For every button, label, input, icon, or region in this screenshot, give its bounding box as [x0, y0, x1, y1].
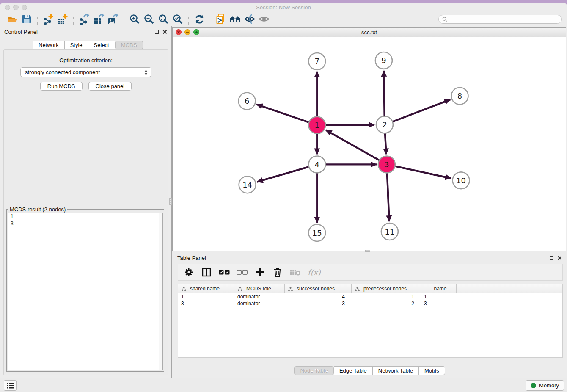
column-header-shared-name[interactable]: shared name	[178, 284, 234, 293]
select-stepper-icon	[144, 70, 148, 75]
import-network-button[interactable]	[41, 13, 55, 25]
zoom-out-icon	[143, 14, 155, 25]
toolbar-separator	[188, 14, 189, 25]
close-table-panel-icon[interactable]	[557, 256, 562, 260]
svg-text:6: 6	[245, 97, 249, 105]
refresh-button[interactable]	[192, 13, 206, 25]
homes-button[interactable]	[228, 13, 242, 25]
open-session-button[interactable]	[5, 13, 19, 25]
graph-edge-2-9[interactable]	[384, 71, 384, 117]
graph-node-10[interactable]: 10	[453, 172, 470, 189]
hierarchy-icon	[238, 287, 242, 291]
checked-boxes-icon	[219, 270, 230, 275]
export-table-button[interactable]	[91, 13, 106, 25]
result-scrollbar[interactable]	[159, 213, 162, 370]
network-minimize-button[interactable]	[184, 29, 190, 35]
memory-button[interactable]: Memory	[526, 380, 564, 391]
tab-select[interactable]: Select	[88, 41, 115, 50]
delete-table-button[interactable]	[290, 267, 301, 278]
graph-node-3[interactable]: 3	[378, 156, 395, 173]
search-box[interactable]	[438, 15, 562, 24]
graph-node-1[interactable]: 1	[308, 117, 325, 134]
graph-node-2[interactable]: 2	[376, 116, 393, 133]
graph-node-9[interactable]: 9	[375, 52, 392, 69]
show-button[interactable]	[257, 13, 271, 25]
mcds-result-list[interactable]: 13	[8, 213, 163, 370]
table-settings-button[interactable]	[183, 267, 194, 278]
zoom-in-button[interactable]	[127, 13, 142, 25]
delete-row-button[interactable]	[272, 267, 283, 278]
tab-mcds[interactable]: MCDS	[115, 41, 143, 50]
graph-edge-3-10[interactable]	[394, 166, 451, 178]
graph-edge-1-2[interactable]	[325, 125, 374, 125]
float-table-panel-icon[interactable]	[550, 256, 553, 260]
graph-edge-4-14[interactable]	[257, 166, 310, 182]
criterion-select[interactable]: strongly connected component	[20, 67, 151, 77]
column-header-predecessor-nodes[interactable]: predecessor nodes	[352, 284, 421, 293]
deselect-all-button[interactable]	[237, 267, 248, 278]
import-table-button[interactable]	[55, 13, 70, 25]
control-panel: Control Panel NetworkStyleSelectMCDS Opt…	[0, 26, 172, 378]
window-title: Session: New Session	[0, 3, 567, 12]
graph-edge-3-11[interactable]	[387, 172, 389, 221]
graph-node-14[interactable]: 14	[239, 176, 256, 193]
select-all-button[interactable]	[219, 267, 230, 278]
titlebar: Session: New Session	[0, 3, 567, 12]
result-item[interactable]: 1	[8, 213, 162, 220]
copy-network-button[interactable]	[214, 13, 228, 25]
network-maximize-button[interactable]	[193, 29, 199, 35]
tab-node-table[interactable]: Node Table	[294, 366, 334, 375]
graph-node-15[interactable]: 15	[308, 224, 325, 241]
graph-edge-2-3[interactable]	[385, 133, 386, 155]
zoom-fit-button[interactable]	[156, 13, 171, 25]
graph-edge-1-6[interactable]	[256, 104, 310, 122]
export-image-button[interactable]	[106, 13, 120, 25]
main-area: Control Panel NetworkStyleSelectMCDS Opt…	[0, 26, 567, 378]
zoom-out-button[interactable]	[142, 13, 156, 25]
zoom-selected-button[interactable]	[171, 13, 185, 25]
graph-node-11[interactable]: 11	[381, 223, 398, 240]
float-panel-icon[interactable]	[155, 30, 159, 34]
graph-edge-2-8[interactable]	[392, 99, 450, 122]
run-mcds-button[interactable]: Run MCDS	[40, 82, 83, 91]
tab-edge-table[interactable]: Edge Table	[334, 366, 373, 375]
graph-node-6[interactable]: 6	[239, 93, 256, 110]
svg-text:1: 1	[315, 121, 319, 130]
graph-node-4[interactable]: 4	[308, 156, 325, 173]
tab-style[interactable]: Style	[65, 41, 88, 50]
graph-edge-3-1[interactable]	[326, 130, 380, 160]
right-area: scc.txt 7968124314101511 Tabl	[172, 26, 567, 378]
column-header-successor-nodes[interactable]: successor nodes	[285, 284, 352, 293]
function-builder-button[interactable]: f(x)	[308, 268, 321, 277]
add-row-button[interactable]	[254, 267, 265, 278]
close-window-button[interactable]	[5, 5, 10, 10]
tab-motifs[interactable]: Motifs	[419, 366, 445, 375]
result-item[interactable]: 3	[8, 220, 162, 227]
task-history-button[interactable]	[4, 380, 17, 391]
close-panel-icon[interactable]	[162, 30, 167, 34]
close-panel-button[interactable]: Close panel	[88, 82, 132, 91]
graph-node-7[interactable]: 7	[308, 53, 325, 70]
column-header-name[interactable]: name	[421, 284, 457, 293]
export-network-button[interactable]	[77, 13, 91, 25]
network-close-button[interactable]	[176, 29, 182, 35]
minimize-window-button[interactable]	[13, 5, 19, 10]
zoom-selected-icon	[172, 14, 184, 25]
show-column-panel-button[interactable]	[201, 267, 212, 278]
table-row[interactable]: 3dominator323	[178, 300, 562, 307]
table-row[interactable]: 1dominator411	[178, 293, 562, 300]
column-header-MCDS-role[interactable]: MCDS role	[234, 284, 285, 293]
network-graph[interactable]: 7968124314101511	[173, 37, 566, 251]
search-input[interactable]	[449, 16, 558, 22]
tab-network[interactable]: Network	[33, 41, 65, 50]
mcds-result-items: 13	[8, 213, 162, 227]
save-session-button[interactable]	[19, 13, 34, 25]
network-canvas[interactable]: 7968124314101511	[173, 37, 566, 251]
mcds-result-fieldset: MCDS result (2 nodes) 13	[6, 206, 164, 372]
hide-button[interactable]	[242, 13, 257, 25]
hierarchy-icon	[288, 287, 293, 291]
graph-node-8[interactable]: 8	[451, 88, 468, 105]
zoom-window-button[interactable]	[22, 5, 27, 10]
tab-network-table[interactable]: Network Table	[373, 366, 419, 375]
svg-text:2: 2	[382, 120, 387, 129]
